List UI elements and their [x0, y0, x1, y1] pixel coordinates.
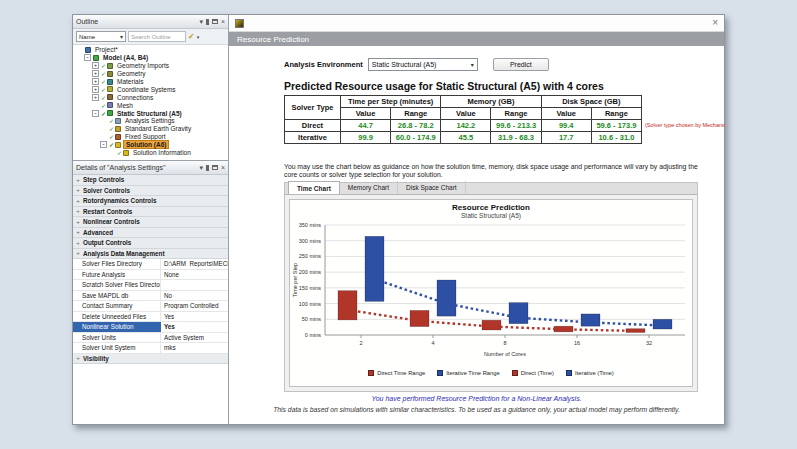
analysis-environment-value: Static Structural (A5): [372, 61, 437, 68]
model-icon: [93, 55, 99, 61]
tree-item-label: Solution (A6): [123, 140, 169, 149]
details-row-future-analysis[interactable]: Future AnalysisNone: [73, 270, 228, 281]
filter-check-icon[interactable]: ✓: [188, 32, 195, 41]
svg-text:350 mins: 350 mins: [299, 222, 322, 228]
close-icon[interactable]: ×: [712, 18, 718, 28]
tree-item-materials[interactable]: +✓Materials: [73, 78, 228, 86]
search-outline-input[interactable]: Search Outline: [128, 31, 186, 42]
chart-legend: Direct Time RangeIterative Time RangeDir…: [368, 370, 614, 376]
svg-text:4: 4: [431, 340, 434, 346]
details-row-solver-unit-system[interactable]: Solver Unit Systemmks: [73, 343, 228, 354]
tab-memory-chart[interactable]: Memory Chart: [340, 181, 398, 194]
property-label: Save MAPDL db: [73, 291, 161, 301]
check-icon: ✓: [109, 133, 114, 140]
close-icon[interactable]: ×: [221, 18, 225, 25]
tree-item-solution-a6[interactable]: -✓Solution (A6): [73, 141, 228, 149]
tree-item-solution-information[interactable]: ✓Solution Information: [73, 149, 228, 157]
svg-text:Time per Step: Time per Step: [292, 263, 298, 297]
tree-item-project[interactable]: Project*: [73, 46, 228, 54]
legend-label: Iterative Time Range: [446, 370, 500, 376]
analysis-settings-icon: [115, 118, 121, 124]
tree-item-standard-earth-gravity[interactable]: ✓Standard Earth Gravity: [73, 125, 228, 133]
expand-icon[interactable]: +: [92, 70, 99, 77]
guidance-text: You may use the chart below as guidance …: [284, 163, 708, 179]
svg-text:16: 16: [574, 340, 580, 346]
solution-info-icon: [123, 150, 129, 156]
check-icon: ✓: [101, 70, 106, 77]
table-cell: 17.7: [541, 132, 591, 144]
table-cell: 99.4: [541, 120, 591, 132]
chevron-down-icon[interactable]: ▾: [199, 164, 203, 171]
geometry-imports-icon: [107, 63, 113, 69]
expand-icon[interactable]: +: [92, 94, 99, 101]
details-section-label: Restart Controls: [83, 208, 132, 215]
details-section-step-controls[interactable]: +Step Controls: [73, 175, 228, 186]
details-section-rotordynamics-controls[interactable]: +Rotordynamics Controls: [73, 196, 228, 207]
property-label: Nonlinear Solution: [73, 322, 161, 332]
tree-item-geometry[interactable]: +✓Geometry: [73, 70, 228, 78]
expand-icon[interactable]: +: [92, 78, 99, 85]
details-row-save-mapdl-db[interactable]: Save MAPDL dbNo: [73, 291, 228, 302]
connections-icon: [107, 94, 113, 100]
details-section-solver-controls[interactable]: +Solver Controls: [73, 186, 228, 197]
details-section-analysis-data-management[interactable]: +Analysis Data Management: [73, 249, 228, 260]
window-icon[interactable]: [212, 19, 218, 24]
expand-icon[interactable]: +: [92, 62, 99, 69]
name-filter-select[interactable]: Name ▾: [76, 31, 126, 42]
details-section-advanced[interactable]: +Advanced: [73, 228, 228, 239]
property-label: Future Analysis: [73, 270, 161, 280]
col-subheader: Range: [391, 108, 441, 120]
tree-item-label: Connections: [115, 94, 155, 101]
chevron-down-icon: ▾: [120, 33, 123, 40]
tree-item-mesh[interactable]: ✓Mesh: [73, 101, 228, 109]
chevron-down-icon[interactable]: ▾: [197, 34, 200, 40]
close-icon[interactable]: ×: [221, 164, 225, 171]
details-row-scratch-solver-files-directory[interactable]: Scratch Solver Files Directory: [73, 280, 228, 291]
outline-toolbar: Name ▾ Search Outline ✓ ▾: [73, 29, 228, 45]
analysis-environment-select[interactable]: Static Structural (A5) ▾: [368, 58, 478, 71]
pin-icon[interactable]: [206, 165, 209, 171]
collapse-icon[interactable]: -: [84, 54, 91, 61]
search-placeholder: Search Outline: [131, 34, 171, 40]
tree-item-static-structural-a5[interactable]: -✓Static Structural (A5): [73, 109, 228, 117]
outline-titlebar-icons: ▾ ×: [199, 18, 225, 25]
tab-time-chart[interactable]: Time Chart: [288, 181, 340, 194]
legend-label: Direct (Time): [521, 370, 554, 376]
svg-text:32: 32: [646, 340, 652, 346]
collapse-icon[interactable]: -: [100, 141, 107, 148]
details-row-delete-unneeded-files[interactable]: Delete Unneeded FilesYes: [73, 312, 228, 323]
tree-item-connections[interactable]: +✓Connections: [73, 93, 228, 101]
expand-icon[interactable]: +: [92, 86, 99, 93]
tree-item-model-a4-b4[interactable]: -Model (A4, B4): [73, 54, 228, 62]
pin-icon[interactable]: [206, 19, 209, 25]
collapse-icon[interactable]: -: [92, 110, 99, 117]
table-cell: 10.6 - 31.0: [591, 132, 641, 144]
check-icon: ✓: [109, 117, 114, 124]
chart-subtitle: Static Structural (A5): [461, 212, 521, 219]
col-subheader: Value: [441, 108, 491, 120]
chart-title: Resource Prediction: [452, 203, 530, 212]
tree-item-geometry-imports[interactable]: +✓Geometry Imports: [73, 62, 228, 70]
predict-button[interactable]: Predict: [493, 58, 549, 71]
tree-item-analysis-settings[interactable]: ✓Analysis Settings: [73, 117, 228, 125]
chevron-down-icon[interactable]: ▾: [199, 18, 203, 25]
details-row-contact-summary[interactable]: Contact SummaryProgram Controlled: [73, 301, 228, 312]
details-section-visibility[interactable]: +Visibility: [73, 354, 228, 365]
expand-icon: +: [73, 229, 83, 235]
expand-icon: +: [73, 208, 83, 214]
details-row-nonlinear-solution[interactable]: Nonlinear SolutionYes: [73, 322, 228, 333]
details-row-solver-files-directory[interactable]: Solver Files DirectoryD:\ARM_Reports\MEC…: [73, 259, 228, 270]
tab-disk-space-chart[interactable]: Disk Space Chart: [398, 181, 466, 194]
legend-label: Iterative (Time): [575, 370, 614, 376]
tree-item-coordinate-systems[interactable]: +✓Coordinate Systems: [73, 85, 228, 93]
property-value: No: [161, 292, 228, 299]
details-section-output-controls[interactable]: +Output Controls: [73, 238, 228, 249]
check-icon: ✓: [117, 149, 122, 156]
details-section-restart-controls[interactable]: +Restart Controls: [73, 207, 228, 218]
details-section-nonlinear-controls[interactable]: +Nonlinear Controls: [73, 217, 228, 228]
details-section-label: Visibility: [83, 355, 109, 362]
details-section-label: Advanced: [83, 229, 113, 236]
window-icon[interactable]: [212, 165, 218, 170]
details-row-solver-units[interactable]: Solver UnitsActive System: [73, 333, 228, 344]
col-subheader: Value: [541, 108, 591, 120]
